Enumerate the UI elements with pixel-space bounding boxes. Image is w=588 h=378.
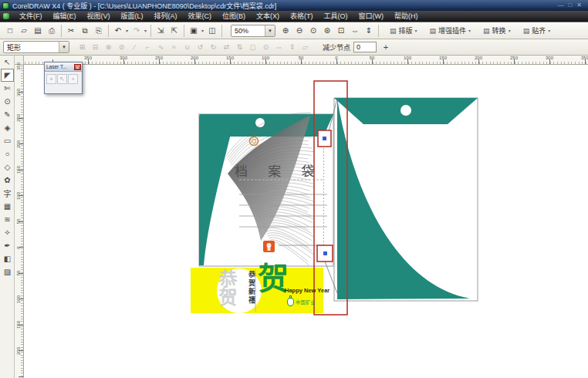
menu-item-9[interactable]: 表格(T) xyxy=(285,11,319,22)
plugin-button-2[interactable]: ▤增强插件▾ xyxy=(426,23,475,39)
basic-shapes-tool[interactable]: ✿ xyxy=(1,174,14,187)
reduce-nodes-input[interactable]: 0 xyxy=(353,42,377,52)
freehand-tool[interactable]: ✎ xyxy=(1,108,14,121)
interactive-fill-tool[interactable]: ▨ xyxy=(1,265,14,278)
menu-item-8[interactable]: 文本(X) xyxy=(251,11,285,22)
zoom-page-icon[interactable]: ⊡ xyxy=(335,25,347,37)
node-edit-icon-2: ⊟ xyxy=(90,42,101,53)
chevron-down-icon[interactable]: ▾ xyxy=(124,28,130,33)
ruler-label: 250 xyxy=(510,56,518,60)
plugin-button-3[interactable]: ▤转换▾ xyxy=(479,23,515,39)
zoom-in-icon[interactable]: ⊕ xyxy=(279,25,292,37)
undo-icon[interactable]: ↶ xyxy=(112,25,124,37)
menu-item-10[interactable]: 工具(O) xyxy=(319,11,353,22)
shape-tool[interactable]: ◤ xyxy=(1,69,14,82)
drawing-canvas[interactable]: 档 案 袋 恭贺 恭贺新禧 贺 Happy New Year 中国矿业 xyxy=(24,65,588,378)
redo-icon: ↷ xyxy=(130,25,143,37)
close-icon[interactable]: ✕ xyxy=(74,64,81,70)
zoom-level-combo[interactable]: 50% ▼ xyxy=(231,25,275,37)
artwork[interactable] xyxy=(24,65,588,378)
menu-item-12[interactable]: 帮助(H) xyxy=(389,11,424,22)
zoom-tool[interactable]: ⊙ xyxy=(1,95,14,108)
export-icon[interactable]: ⇱ xyxy=(168,25,181,37)
vertical-ruler[interactable]: 35030025020015010050050100150200 xyxy=(15,65,24,378)
greeting-character[interactable]: 贺 xyxy=(258,262,289,296)
right-envelope[interactable] xyxy=(334,98,478,301)
cut-icon[interactable]: ✂ xyxy=(65,25,77,37)
node-point[interactable] xyxy=(323,251,327,255)
minimize-button[interactable]: — xyxy=(557,1,563,10)
ruler-label: 0 xyxy=(335,56,337,60)
fill-tool[interactable]: ◧ xyxy=(1,252,14,265)
maximize-button[interactable]: □ xyxy=(568,1,572,10)
chevron-down-icon[interactable]: ▼ xyxy=(59,42,69,52)
application-launcher-icon[interactable]: ▣ xyxy=(188,25,200,37)
ruler-label: 350 xyxy=(581,56,588,60)
paste-icon[interactable]: ⎘ xyxy=(93,25,105,37)
increase-nodes-button[interactable]: + xyxy=(380,42,391,52)
menu-item-7[interactable]: 位图(B) xyxy=(217,11,251,22)
laser-tool-3[interactable]: + xyxy=(68,74,78,84)
ellipse-tool[interactable]: ○ xyxy=(1,147,14,160)
zoom-selection-icon[interactable]: ⊙ xyxy=(307,25,319,37)
laser-tool-2[interactable]: ↖ xyxy=(57,74,67,84)
node-edit-icon-18: ▱ xyxy=(299,42,311,53)
print-icon[interactable]: ⎙ xyxy=(46,25,58,37)
laser-toolbar-window[interactable]: Laser T... ✕ ⌖↖+ xyxy=(44,62,83,94)
ruler-label: 100 xyxy=(262,56,269,60)
crop-tool[interactable]: ✄ xyxy=(1,82,14,95)
menu-item-3[interactable]: 视图(V) xyxy=(82,11,116,22)
smart-fill-tool[interactable]: ◈ xyxy=(1,121,14,134)
greeting-shadow-text[interactable]: 恭贺 xyxy=(213,269,240,312)
menu-item-6[interactable]: 效果(C) xyxy=(183,11,218,22)
horizontal-ruler[interactable]: 3503002502001501005005010015020025030035… xyxy=(24,56,588,65)
node-edit-icon-7: ∿ xyxy=(155,42,167,53)
menu-item-1[interactable]: 文件(F) xyxy=(14,11,48,22)
menu-item-11[interactable]: 窗口(W) xyxy=(353,11,390,22)
vertical-greeting-text[interactable]: 恭贺新禧 xyxy=(247,271,257,311)
blend-tool[interactable]: ≋ xyxy=(1,213,14,226)
copy-icon[interactable]: ⧉ xyxy=(79,25,91,37)
node-edit-icon-15: ⊙ xyxy=(260,42,272,53)
import-icon[interactable]: ⇲ xyxy=(154,25,167,37)
close-button[interactable]: ✕ xyxy=(576,1,582,10)
rectangle-tool[interactable]: ▭ xyxy=(1,134,14,147)
pick-tool[interactable]: ↖ xyxy=(1,56,14,69)
save-icon[interactable]: ▤ xyxy=(32,25,44,37)
new-document-icon[interactable]: □ xyxy=(4,25,16,37)
plugin-button-4[interactable]: ▤贴齐▾ xyxy=(519,23,555,39)
plugin-button-1[interactable]: ▤排版▾ xyxy=(386,23,421,39)
table-tool[interactable]: ▦ xyxy=(1,200,14,213)
ruler-label: 100 xyxy=(16,191,21,201)
pouch-title-text[interactable]: 档 案 袋 xyxy=(235,160,323,180)
polygon-tool[interactable]: ◇ xyxy=(1,160,14,174)
zoom-all-objects-icon[interactable]: ⊛ xyxy=(321,25,333,37)
menu-item-2[interactable]: 编辑(E) xyxy=(48,11,82,22)
menu-item-5[interactable]: 排列(A) xyxy=(149,11,183,22)
window-title: CorelDRAW X4 ( 专业版 ) - [C:\Users\LUANPHO… xyxy=(12,1,276,11)
chevron-down-icon[interactable]: ▾ xyxy=(200,28,205,33)
menu-item-4[interactable]: 版面(L) xyxy=(116,11,149,22)
happy-new-year-text[interactable]: Happy New Year xyxy=(285,287,329,294)
laser-tool-1[interactable]: ⌖ xyxy=(46,74,56,84)
chevron-down-icon[interactable]: ▾ xyxy=(143,28,148,33)
ruler-label: 300 xyxy=(546,56,553,60)
logo[interactable]: 中国矿业 xyxy=(287,298,316,306)
outline-pen-tool[interactable]: ✒ xyxy=(1,239,14,252)
welcome-screen-icon[interactable]: ◫ xyxy=(206,25,218,37)
shape-preset-combo[interactable]: 矩形 ▼ xyxy=(3,41,69,53)
node-edit-icon-4: ⊘ xyxy=(116,42,127,53)
plugin-icon: ▤ xyxy=(483,27,490,35)
chevron-down-icon[interactable]: ▼ xyxy=(265,25,275,36)
zoom-out-icon[interactable]: ⊖ xyxy=(293,25,306,37)
eyedropper-tool[interactable]: ✧ xyxy=(1,226,14,239)
palette-title-bar[interactable]: Laser T... ✕ xyxy=(45,62,82,72)
zoom-page-height-icon[interactable]: ⇕ xyxy=(363,25,375,37)
text-tool[interactable]: 字 xyxy=(1,187,14,200)
zoom-page-width-icon[interactable]: ⇔ xyxy=(349,25,361,37)
property-bar: 矩形 ▼ ⊞⊟⊗⊘∕⌐∿≈∪↺↻⇄⇅◻⊙⇔⇕▱ 减少节点 0 + xyxy=(0,39,588,56)
left-envelope[interactable] xyxy=(199,113,333,266)
node-point[interactable] xyxy=(323,137,326,140)
ruler-label: 250 xyxy=(155,56,163,60)
open-icon[interactable]: ▱ xyxy=(18,25,30,37)
